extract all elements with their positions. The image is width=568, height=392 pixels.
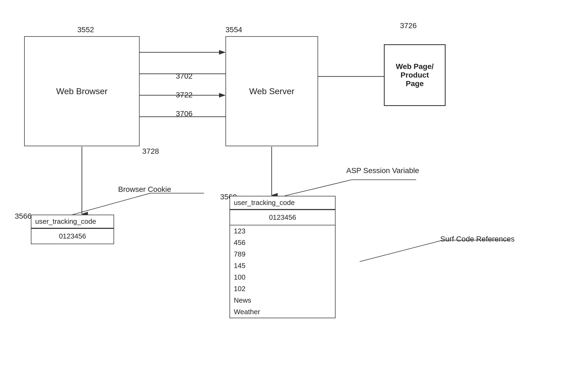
label-3706: 3706 (176, 109, 192, 118)
surf-code-row-1: 456 (230, 237, 335, 248)
browser-cookie-label: Browser Cookie (118, 185, 171, 194)
label-3554: 3554 (225, 25, 242, 34)
surf-code-row-5: 102 (230, 283, 335, 295)
surf-code-row-4: 100 (230, 272, 335, 283)
user-tracking-right-table: user_tracking_code 0123456 1234567891451… (230, 196, 336, 318)
user-tracking-left-value: 0123456 (31, 228, 114, 244)
label-3726: 3726 (400, 21, 417, 30)
user-tracking-left-header: user_tracking_code (31, 215, 114, 228)
surf-code-row-0: 123 (230, 225, 335, 237)
surf-code-rows: 123456789145100102NewsWeather (230, 225, 335, 318)
web-server-box: Web Server (225, 36, 318, 146)
label-3722: 3722 (176, 91, 192, 99)
web-browser-box: Web Browser (24, 36, 140, 146)
label-3566: 3566 (15, 212, 31, 221)
surf-code-row-7: Weather (230, 306, 335, 318)
label-3702: 3702 (176, 72, 192, 80)
surf-code-row-3: 145 (230, 260, 335, 272)
user-tracking-right-header: user_tracking_code (230, 196, 335, 210)
surf-code-label: Surf Code References (440, 235, 515, 243)
web-page-label: Web Page/ Product Page (393, 60, 436, 91)
surf-code-row-6: News (230, 295, 335, 306)
web-server-label: Web Server (246, 84, 297, 99)
label-3552: 3552 (77, 25, 94, 34)
surf-code-row-2: 789 (230, 248, 335, 260)
asp-session-label: ASP Session Variable (346, 166, 419, 175)
web-browser-label: Web Browser (53, 84, 110, 99)
svg-line-13 (285, 180, 352, 196)
svg-line-11 (72, 193, 150, 215)
svg-line-15 (360, 240, 443, 262)
user-tracking-right-value: 0123456 (230, 210, 335, 225)
user-tracking-left-table: user_tracking_code 0123456 (31, 215, 114, 244)
label-3728: 3728 (142, 147, 159, 156)
web-page-box: Web Page/ Product Page (384, 44, 446, 106)
